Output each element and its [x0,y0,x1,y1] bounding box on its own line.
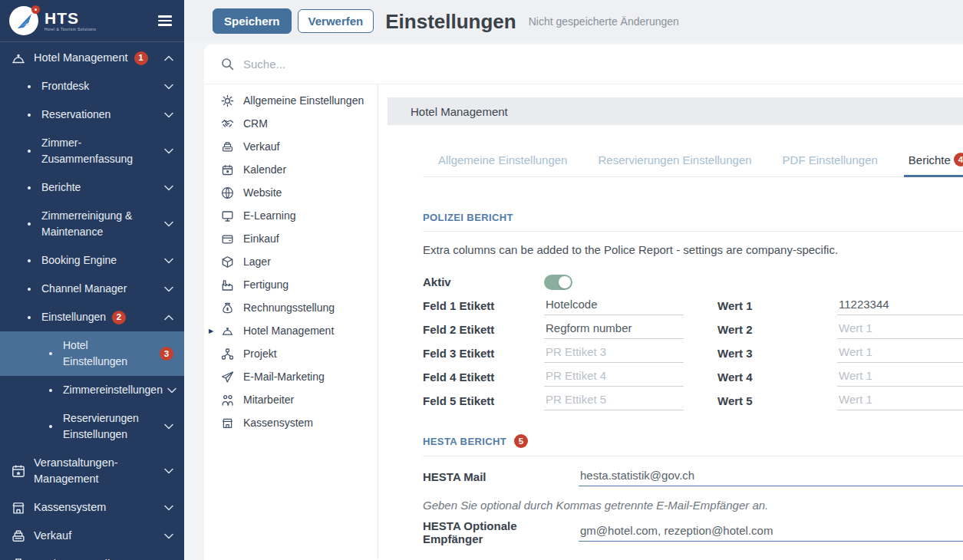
sidebar-item-zimmer-zusammenfassung[interactable]: Zimmer-Zusammenfassung [0,129,184,173]
settings-menu-item-fertigung[interactable]: Fertigung [204,273,378,296]
settings-menu-item-e-learning[interactable]: E-Learning [204,204,378,227]
settings-menu-item-website[interactable]: Website [204,181,378,204]
tab-reservierungen-einstellungen[interactable]: Reservierungen Einstellungen [598,153,751,176]
sidebar-menu: Hotel Management 1 Frontdesk Reservation… [0,42,184,560]
wert-1-label: Wert 1 [717,299,837,312]
toggle-knob [559,276,571,288]
sidebar-item-verkauf[interactable]: Verkauf [0,522,184,550]
wert-4-input[interactable] [837,367,963,387]
field-row-5: Feld 5 Etikett Wert 5 [423,389,963,413]
sidebar-item-frontdesk[interactable]: Frontdesk [0,72,184,100]
globe-icon [221,186,234,199]
sidebar-item-zimmerreinigung-maintenance[interactable]: Zimmerreinigung & Maintenance [0,202,184,246]
sidebar-item-hotel-management[interactable]: Hotel Management 1 [0,44,184,72]
hesta-recipients-input[interactable] [579,522,963,542]
discard-button[interactable]: Verwerfen [298,9,374,33]
chevron-down-icon[interactable] [163,387,176,394]
settings-menu-item-lager[interactable]: Lager [204,250,378,273]
settings-menu: Allgemeine Einstellungen CRM Verkauf Kal… [204,84,378,559]
save-button[interactable]: Speichern [213,8,292,34]
logo-red-dot [31,5,40,14]
chevron-down-icon[interactable] [160,112,173,118]
field-row-2: Feld 2 Etikett Wert 2 [423,318,963,341]
settings-menu-item-e-mail-marketing[interactable]: E-Mail-Marketing [204,365,378,388]
bullet-icon [28,186,31,189]
sidebar-item-reservierungen-einstellungen[interactable]: Reservierungen Einstellungen [0,404,184,449]
chevron-up-icon[interactable] [160,315,173,321]
settings-menu-item-crm[interactable]: CRM [204,112,378,135]
page-title: Einstellungen [385,12,516,31]
settings-menu-item-hotel-management[interactable]: ▶ Hotel Management [204,319,378,342]
hesta-recipients-row: HESTA Optionale Empfänger [423,518,963,546]
wert-2-input[interactable] [837,320,963,339]
settings-menu-item-kalender[interactable]: Kalender [204,158,378,181]
wert-1-input[interactable] [837,296,963,315]
cloche-icon [11,51,26,66]
sidebar-item-einstellungen[interactable]: Einstellungen 2 [0,303,184,331]
settings-menu-item-rechnungsstellung[interactable]: Rechnungsstellung [204,296,378,319]
settings-menu-item-projekt[interactable]: Projekt [204,342,378,365]
main-panel: Allgemeine Einstellungen CRM Verkauf Kal… [204,44,963,560]
cloche-icon [221,324,234,338]
feld-3-label: Feld 3 Etikett [423,347,544,360]
sidebar-item-kassensystem[interactable]: Kassensystem [0,493,184,522]
sidebar-item-rechnungsstellung[interactable]: Rechnungsstellung [0,550,184,560]
chevron-down-icon[interactable] [160,221,173,227]
app-logo[interactable] [9,6,38,35]
aktiv-toggle[interactable] [544,275,572,290]
sidebar-item-hotel-einstellungen[interactable]: Hotel Einstellungen 3 [0,331,184,376]
menu-toggle-icon[interactable] [157,12,173,29]
feld-3-input[interactable] [544,344,684,363]
chevron-down-icon[interactable] [160,423,173,430]
hesta-mail-row: HESTA Mail [423,463,963,491]
chevron-down-icon[interactable] [160,468,173,474]
feld-1-input[interactable] [544,296,684,315]
chevron-down-icon[interactable] [160,84,173,90]
content-area: Hotel Management Allgemeine Einstellunge… [378,84,963,559]
sidebar-item-channel-manager[interactable]: Channel Manager [0,275,184,303]
bullet-icon [28,259,31,262]
sidebar-item-reservationen[interactable]: Reservationen [0,100,184,129]
bullet-icon [49,425,52,428]
shop-icon [11,500,26,516]
unsaved-changes-status: Nicht gespeicherte Änderungen [529,15,679,28]
chevron-down-icon[interactable] [160,533,173,539]
bullet-icon [28,222,31,226]
feld-2-input[interactable] [544,320,684,339]
sidebar-item-zimmereinstellungen[interactable]: Zimmereinstellungen [0,376,184,404]
paper-plane-icon [221,371,234,384]
settings-menu-item-kassensystem[interactable]: Kassensystem [204,411,378,434]
tab-allgemeine-einstellungen[interactable]: Allgemeine Einstellungen [438,153,567,176]
sidebar-item-veranstaltungen-management[interactable]: Veranstaltungen-Management [0,449,184,493]
chevron-down-icon[interactable] [160,185,173,191]
bullet-icon [49,352,52,355]
settings-menu-item-verkauf[interactable]: Verkauf [204,135,378,158]
chevron-down-icon[interactable] [160,148,173,154]
chevron-down-icon[interactable] [160,286,173,292]
wert-5-input[interactable] [837,391,963,410]
hesta-notification-badge: 5 [514,434,528,448]
settings-menu-item-mitarbeiter[interactable]: Mitarbeiter [204,388,378,411]
tab-berichte[interactable]: Berichte 4 [909,153,963,176]
police-section-description: Extra columns can be added to the Police… [423,243,963,256]
hesta-mail-input[interactable] [579,467,963,486]
chevron-down-icon[interactable] [160,505,173,511]
sidebar-item-booking-engine[interactable]: Booking Engine [0,246,184,275]
wert-3-input[interactable] [837,344,963,363]
handshake-icon [221,117,234,130]
chevron-up-icon[interactable] [160,55,173,61]
settings-menu-item-einkauf[interactable]: Einkauf [204,227,378,250]
tab-pdf-einstellungen[interactable]: PDF Einstellungen [783,153,878,176]
search-input[interactable] [243,58,963,71]
feld-5-label: Feld 5 Etikett [423,394,544,407]
notification-badge: 2 [112,311,126,324]
cube-icon [221,255,234,268]
settings-menu-item-allgemeine-einstellungen[interactable]: Allgemeine Einstellungen [204,89,378,112]
feld-4-input[interactable] [544,367,684,387]
field-row-1: Feld 1 Etikett Wert 1 [423,294,963,318]
bullet-icon [28,114,31,117]
aktiv-label: Aktiv [423,275,544,288]
feld-5-input[interactable] [544,391,684,410]
sidebar-item-berichte[interactable]: Berichte [0,173,184,202]
chevron-down-icon[interactable] [160,258,173,264]
